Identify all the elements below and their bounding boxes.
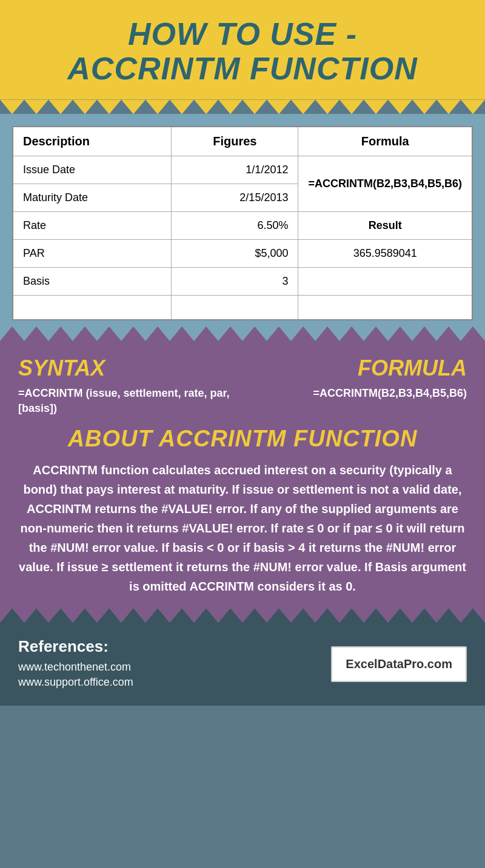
page-title: HOW TO USE - ACCRINTM FUNCTION [18,17,467,86]
zigzag-divider-3 [0,608,485,623]
cell-figures-1: 1/1/2012 [172,156,298,184]
about-text: ACCRINTM function calculates accrued int… [18,460,467,596]
table-row-empty [13,296,472,320]
reference-link-2[interactable]: www.support.office.com [18,676,331,689]
cell-formula-1-2: =ACCRINTM(B2,B3,B4,B5,B6) [298,156,472,212]
table-row: Rate 6.50% Result [13,212,472,240]
formula-text: =ACCRINTM(B2,B3,B4,B5,B6) [255,386,467,401]
brand-text: ExcelDataPro.com [346,657,452,671]
references-section: References: www.techonthenet.com www.sup… [0,623,485,706]
syntax-section: SYNTAX =ACCRINTM (issue, settlement, rat… [0,341,485,608]
cell-description-4: PAR [13,240,172,268]
data-table: Description Figures Formula Issue Date 1… [12,126,473,320]
about-heading: ABOUT ACCRINTM FUNCTION [18,426,467,452]
syntax-col: SYNTAX =ACCRINTM (issue, settlement, rat… [18,356,242,416]
table-row: Basis 3 [13,268,472,296]
header-section: HOW TO USE - ACCRINTM FUNCTION [0,0,485,99]
table-section: Description Figures Formula Issue Date 1… [0,114,485,326]
reference-link-1[interactable]: www.techonthenet.com [18,661,331,674]
zigzag-divider-1 [0,99,485,114]
cell-description-2: Maturity Date [13,184,172,212]
cell-result-value: 365.9589041 [298,240,472,268]
cell-description-1: Issue Date [13,156,172,184]
syntax-heading: SYNTAX [18,356,230,381]
syntax-text: =ACCRINTM (issue, settlement, rate, par,… [18,386,230,416]
cell-figures-3: 6.50% [172,212,298,240]
col-header-figures: Figures [172,127,298,156]
cell-description-5: Basis [13,268,172,296]
cell-empty-b [172,296,298,320]
references-heading: References: [18,637,331,656]
formula-heading: FORMULA [255,356,467,381]
col-header-formula: Formula [298,127,472,156]
table-row: PAR $5,000 365.9589041 [13,240,472,268]
cell-description-3: Rate [13,212,172,240]
cell-result-label: Result [298,212,472,240]
cell-empty-c [298,296,472,320]
table-row: Issue Date 1/1/2012 =ACCRINTM(B2,B3,B4,B… [13,156,472,184]
formula-col: FORMULA =ACCRINTM(B2,B3,B4,B5,B6) [242,356,467,416]
syntax-formula-row: SYNTAX =ACCRINTM (issue, settlement, rat… [18,356,467,416]
cell-figures-2: 2/15/2013 [172,184,298,212]
col-header-description: Description [13,127,172,156]
zigzag-divider-2 [0,326,485,341]
cell-figures-5: 3 [172,268,298,296]
brand-box: ExcelDataPro.com [331,646,467,682]
cell-empty-5 [298,268,472,296]
cell-figures-4: $5,000 [172,240,298,268]
cell-empty-a [13,296,172,320]
references-left: References: www.techonthenet.com www.sup… [18,637,331,691]
